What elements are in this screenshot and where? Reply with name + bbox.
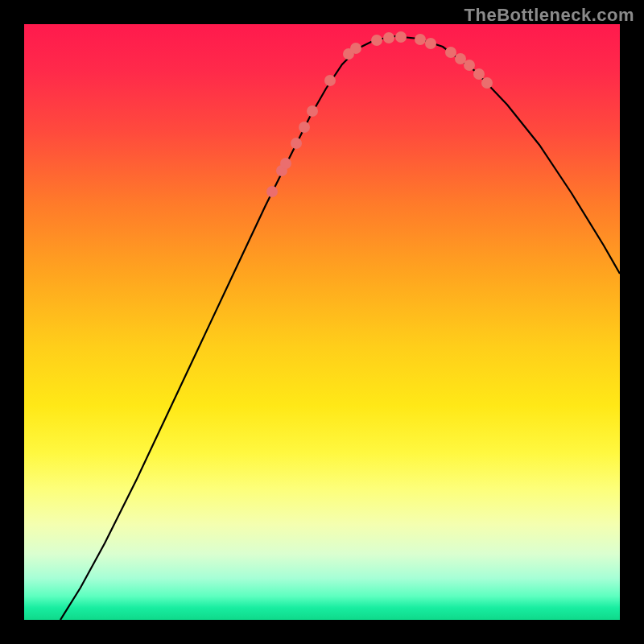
marker-dot — [415, 34, 426, 45]
marker-dot — [307, 105, 318, 117]
marker-dot — [350, 43, 361, 54]
marker-dot — [445, 47, 456, 58]
marker-dot — [291, 138, 302, 149]
chart-stage: TheBottleneck.com — [0, 0, 644, 644]
marker-dot — [266, 186, 278, 197]
marker-dot — [383, 32, 394, 43]
curve-layer — [24, 24, 620, 620]
plot-area — [24, 24, 620, 620]
marker-dot — [324, 75, 336, 86]
bottleneck-curve — [60, 36, 620, 620]
marker-dot — [473, 68, 485, 80]
marker-dots — [266, 31, 493, 197]
marker-dot — [371, 35, 382, 46]
watermark-text: TheBottleneck.com — [464, 5, 634, 26]
marker-dot — [464, 60, 475, 71]
marker-dot — [395, 31, 407, 43]
marker-dot — [299, 122, 310, 133]
marker-dot — [481, 77, 493, 89]
marker-dot — [280, 158, 291, 169]
marker-dot — [425, 38, 436, 49]
